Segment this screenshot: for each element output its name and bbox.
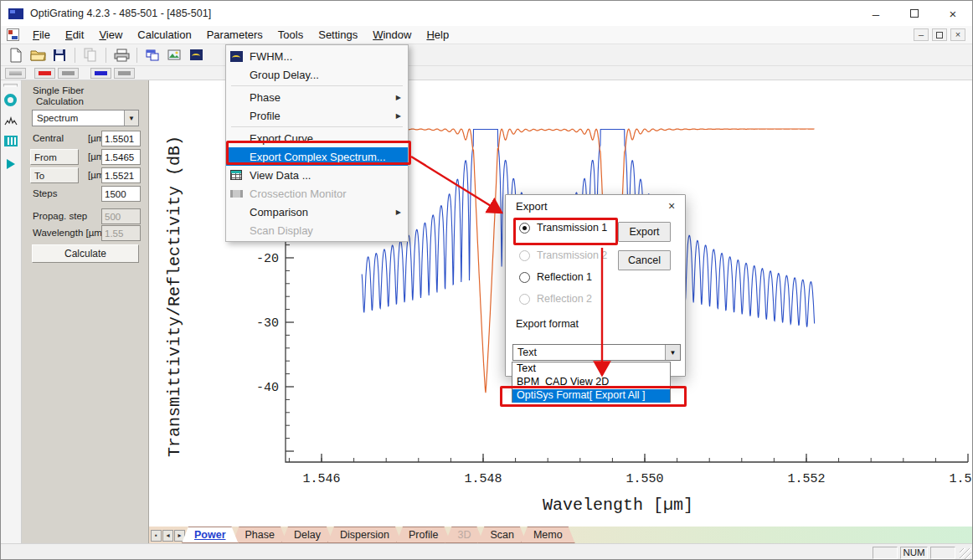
tab-phase[interactable]: Phase	[233, 527, 287, 543]
chevron-down-icon[interactable]: ▼	[124, 110, 138, 126]
radio-transmission-1[interactable]: Transmission 1	[519, 221, 607, 234]
tab-scroll-home-button[interactable]: ▪	[151, 530, 162, 542]
submenu-arrow-icon: ▶	[396, 112, 401, 120]
maximize-button[interactable]	[895, 1, 934, 26]
radio-transmission-2[interactable]: Transmission 2	[519, 249, 607, 262]
menu-settings[interactable]: Settings	[311, 27, 365, 43]
option-text[interactable]: Text	[512, 362, 670, 376]
print-button[interactable]	[111, 46, 131, 64]
copy-button[interactable]	[80, 46, 100, 64]
radio-icon	[519, 250, 530, 261]
cancel-button[interactable]: Cancel	[618, 250, 671, 270]
tab-3d[interactable]: 3D	[445, 527, 483, 543]
menu-help[interactable]: Help	[419, 27, 456, 43]
child-restore-button[interactable]	[932, 28, 947, 41]
dialog-close-button[interactable]: ×	[658, 199, 685, 213]
menubar-items: FileEditViewCalculationParametersToolsSe…	[25, 27, 456, 43]
palette-grip[interactable]	[3, 84, 18, 87]
menu-item-crossection-monitor[interactable]: Crossection Monitor	[226, 184, 408, 203]
menu-item-fwhm[interactable]: FWHM...	[226, 47, 408, 65]
menu-view[interactable]: View	[91, 27, 130, 43]
menu-item-export-complex-spectrum[interactable]: Export Complex Spectrum...	[226, 147, 408, 166]
menu-calculation[interactable]: Calculation	[130, 27, 198, 43]
menu-file[interactable]: File	[25, 27, 58, 43]
fwhm-tool-button[interactable]	[186, 46, 206, 64]
run-calculation-icon[interactable]	[7, 159, 15, 169]
steps-input[interactable]	[101, 186, 141, 202]
gray-swatch-icon	[9, 71, 22, 75]
menu-item-export-curve[interactable]: Export Curve...	[226, 129, 408, 147]
menu-parameters[interactable]: Parameters	[199, 27, 270, 43]
menu-item-comparison[interactable]: Comparison ▶	[226, 203, 408, 221]
chevron-down-icon[interactable]: ▼	[665, 345, 680, 360]
from-button[interactable]: From	[30, 149, 79, 165]
gray-swatch-icon	[62, 71, 75, 75]
new-document-icon	[9, 48, 23, 63]
tools-menu: FWHM... Group Delay... Phase ▶ Profile ▶…	[225, 44, 409, 242]
to-input[interactable]	[101, 167, 141, 183]
to-button[interactable]: To	[30, 167, 79, 183]
save-button[interactable]	[49, 46, 70, 64]
tab-profile[interactable]: Profile	[396, 527, 450, 543]
new-document-button[interactable]	[6, 46, 26, 64]
child-minimize-button[interactable]: –	[914, 28, 929, 41]
transmission2-color-button[interactable]	[58, 68, 79, 79]
x-tick-label: 1.554	[949, 472, 973, 486]
open-folder-button[interactable]	[28, 46, 48, 64]
restore-icon	[936, 32, 943, 39]
window-view-icon	[146, 49, 159, 61]
transmission-color-button[interactable]	[34, 68, 55, 79]
window-view-button[interactable]	[142, 46, 162, 64]
dialog-title-bar[interactable]: Export ×	[506, 195, 685, 217]
ring-mode-icon[interactable]	[4, 94, 17, 106]
tab-scan[interactable]: Scan	[477, 527, 527, 543]
central-input[interactable]	[101, 131, 141, 146]
menu-item-profile[interactable]: Profile ▶	[226, 106, 408, 125]
document-icon[interactable]	[7, 28, 19, 41]
panel-title-line2: Calculation	[36, 96, 84, 106]
tab-delay[interactable]: Delay	[281, 527, 333, 543]
wavelength-row: Wavelength [µm]	[22, 225, 149, 242]
menu-item-view-data[interactable]: View Data ...	[226, 166, 408, 184]
menu-item-group-delay[interactable]: Group Delay...	[226, 65, 408, 84]
radio-reflection-1[interactable]: Reflection 1	[519, 270, 592, 284]
propag-step-row: Propag. step	[22, 208, 149, 225]
export-button[interactable]: Export	[618, 222, 671, 242]
tab-memo[interactable]: Memo	[521, 527, 575, 543]
radio-label: Reflection 2	[537, 293, 592, 305]
menu-edit[interactable]: Edit	[58, 27, 91, 43]
resize-grip[interactable]	[960, 548, 971, 560]
minimize-button[interactable]: –	[857, 1, 895, 26]
menu-tools[interactable]: Tools	[270, 27, 311, 43]
menu-item-phase[interactable]: Phase ▶	[226, 88, 408, 106]
calculate-button[interactable]: Calculate	[32, 244, 139, 263]
tab-power[interactable]: Power	[182, 527, 239, 543]
view-tab-bar: ▪ ◂ ▸ Power Phase Delay Dispersion Profi…	[149, 527, 973, 543]
radio-reflection-2[interactable]: Reflection 2	[519, 292, 592, 306]
export-format-combobox[interactable]: Text ▼	[512, 344, 681, 361]
x-tick-label: 1.550	[626, 472, 663, 486]
export-image-button[interactable]	[164, 46, 184, 64]
spectrum-mode-icon[interactable]	[4, 116, 18, 126]
reflection2-color-button[interactable]	[114, 68, 135, 79]
option-optisys-format[interactable]: OptiSys Format[ Export All ]	[512, 389, 670, 403]
submenu-arrow-icon: ▶	[396, 208, 401, 216]
x-axis-title: Wavelength [µm]	[543, 496, 693, 515]
child-close-button[interactable]: ×	[950, 28, 965, 41]
menu-item-scan-display[interactable]: Scan Display	[226, 221, 408, 239]
reflection-color-button[interactable]	[90, 68, 111, 79]
app-icon	[8, 8, 23, 19]
tab-scroll-left-button[interactable]: ◂	[162, 530, 173, 542]
from-input[interactable]	[101, 149, 141, 165]
fwhm-icon	[230, 51, 243, 62]
calculation-type-combobox[interactable]: Spectrum ▼	[32, 110, 139, 126]
menu-separator	[231, 126, 403, 127]
tab-dispersion[interactable]: Dispersion	[327, 527, 402, 543]
close-button[interactable]: ×	[934, 1, 972, 26]
grating-mode-icon[interactable]	[4, 136, 18, 146]
status-panel	[930, 547, 955, 559]
red-swatch-icon	[39, 71, 51, 75]
menu-window[interactable]: Window	[365, 27, 419, 43]
option-bpm-cad-view-2d[interactable]: BPM_CAD View 2D	[512, 376, 670, 389]
curve-style-button[interactable]	[5, 68, 26, 79]
